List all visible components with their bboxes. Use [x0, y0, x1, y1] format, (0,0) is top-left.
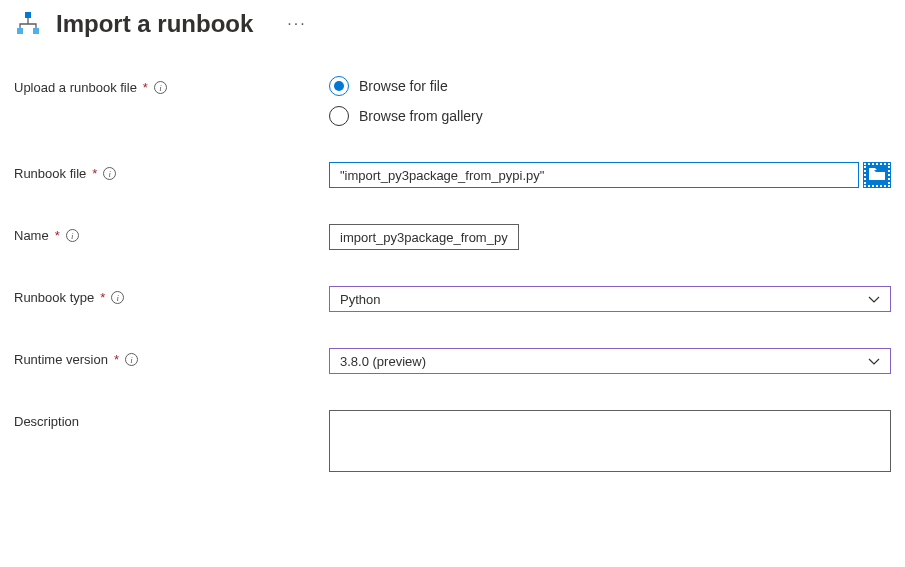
- upload-label: Upload a runbook file: [14, 80, 137, 95]
- upload-label-col: Upload a runbook file * i: [14, 76, 329, 95]
- runtime-version-label-col: Runtime version * i: [14, 348, 329, 367]
- description-field: [329, 410, 891, 475]
- description-label-col: Description: [14, 410, 329, 429]
- more-actions-button[interactable]: ···: [287, 15, 306, 33]
- info-icon[interactable]: i: [66, 229, 79, 242]
- svg-rect-2: [33, 28, 39, 34]
- description-input[interactable]: [329, 410, 891, 472]
- required-indicator: *: [55, 228, 60, 243]
- radio-circle-icon: [329, 76, 349, 96]
- radio-browse-gallery-label: Browse from gallery: [359, 108, 483, 124]
- svg-rect-0: [25, 12, 31, 18]
- name-row: Name * i: [14, 224, 891, 250]
- chevron-down-icon: [868, 292, 880, 307]
- browse-file-button[interactable]: [863, 162, 891, 188]
- info-icon[interactable]: i: [154, 81, 167, 94]
- folder-icon: [869, 168, 885, 183]
- runtime-version-select[interactable]: 3.8.0 (preview): [329, 348, 891, 374]
- runbook-type-row: Runbook type * i Python: [14, 286, 891, 312]
- runbook-type-value: Python: [340, 292, 380, 307]
- name-label-col: Name * i: [14, 224, 329, 243]
- info-icon[interactable]: i: [111, 291, 124, 304]
- radio-browse-file[interactable]: Browse for file: [329, 76, 891, 96]
- radio-browse-gallery[interactable]: Browse from gallery: [329, 106, 891, 126]
- name-field: [329, 224, 891, 250]
- runbook-type-select[interactable]: Python: [329, 286, 891, 312]
- runbook-hierarchy-icon: [14, 10, 42, 38]
- runbook-file-input[interactable]: [329, 162, 859, 188]
- runbook-file-label: Runbook file: [14, 166, 86, 181]
- info-icon[interactable]: i: [125, 353, 138, 366]
- radio-browse-file-label: Browse for file: [359, 78, 448, 94]
- name-label: Name: [14, 228, 49, 243]
- runbook-type-label: Runbook type: [14, 290, 94, 305]
- description-label: Description: [14, 414, 79, 429]
- required-indicator: *: [143, 80, 148, 95]
- page-title: Import a runbook: [56, 10, 253, 38]
- runbook-type-label-col: Runbook type * i: [14, 286, 329, 305]
- radio-circle-icon: [329, 106, 349, 126]
- chevron-down-icon: [868, 354, 880, 369]
- runbook-type-field: Python: [329, 286, 891, 312]
- description-row: Description: [14, 410, 891, 475]
- info-icon[interactable]: i: [103, 167, 116, 180]
- required-indicator: *: [100, 290, 105, 305]
- runtime-version-field: 3.8.0 (preview): [329, 348, 891, 374]
- runbook-file-row: Runbook file * i: [14, 162, 891, 188]
- runtime-version-row: Runtime version * i 3.8.0 (preview): [14, 348, 891, 374]
- runbook-file-label-col: Runbook file * i: [14, 162, 329, 181]
- svg-rect-1: [17, 28, 23, 34]
- upload-row: Upload a runbook file * i Browse for fil…: [14, 76, 891, 126]
- upload-field: Browse for file Browse from gallery: [329, 76, 891, 126]
- page-header: Import a runbook ···: [14, 10, 891, 38]
- required-indicator: *: [114, 352, 119, 367]
- runtime-version-label: Runtime version: [14, 352, 108, 367]
- runbook-file-field: [329, 162, 891, 188]
- upload-radio-group: Browse for file Browse from gallery: [329, 76, 891, 126]
- runtime-version-value: 3.8.0 (preview): [340, 354, 426, 369]
- required-indicator: *: [92, 166, 97, 181]
- name-input[interactable]: [329, 224, 519, 250]
